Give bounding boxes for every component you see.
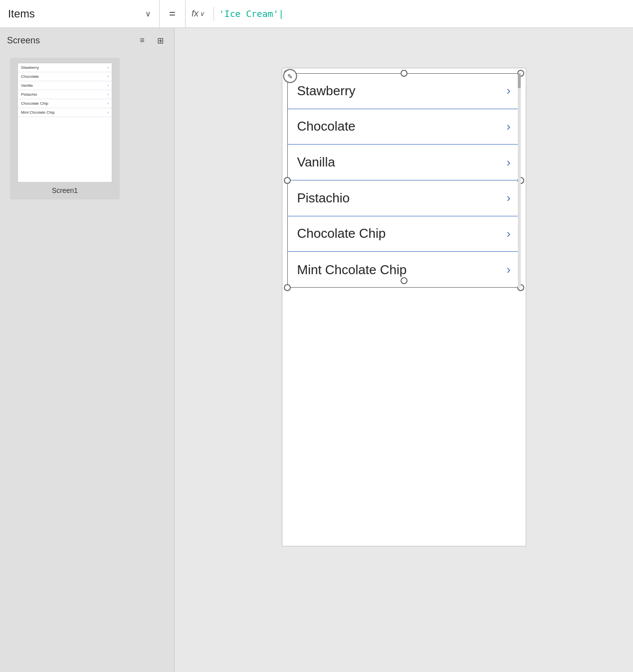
list-item: Chocolate› <box>18 72 112 81</box>
chevron-right-icon: › <box>507 227 511 241</box>
handle-mid-left[interactable] <box>284 177 291 184</box>
chevron-right-icon: › <box>107 92 109 97</box>
equals-sign: = <box>160 0 186 27</box>
handle-bottom-center[interactable] <box>401 277 408 284</box>
screen-thumbnail-card[interactable]: Stawberry› Chocolate› Vanilla› Pistachio… <box>10 58 120 199</box>
handle-top-center[interactable] <box>401 70 408 77</box>
mini-list: Stawberry› Chocolate› Vanilla› Pistachio… <box>18 63 112 117</box>
formula-divider <box>213 7 214 21</box>
sidebar: Screens ≡ ⊞ Stawberry› Chocolate› <box>0 28 175 672</box>
list-view-icon[interactable]: ≡ <box>135 33 149 47</box>
grid-view-icon[interactable]: ⊞ <box>153 33 167 47</box>
items-dropdown[interactable]: Items ∨ <box>0 0 160 27</box>
list-item: Chocolate Chip› <box>18 99 112 108</box>
pencil-icon: ✎ <box>287 72 293 80</box>
list-item: Stawberry› <box>18 63 112 72</box>
list-container: Stawberry › Chocolate › Vanilla › Pistac… <box>287 73 521 288</box>
dropdown-label: Items <box>8 7 141 20</box>
list-item[interactable]: Pistachio › <box>287 180 521 216</box>
list-item: Vanilla› <box>18 81 112 90</box>
chevron-right-icon: › <box>107 110 109 115</box>
formula-bar: fx ∨ <box>186 0 633 27</box>
scroll-thumb[interactable] <box>518 73 521 88</box>
chevron-right-icon: › <box>107 74 109 79</box>
canvas-area: ✎ Stawberry › <box>175 28 633 672</box>
scrollbar[interactable] <box>518 73 521 288</box>
list-item[interactable]: Chocolate Chip › <box>287 216 521 252</box>
list-item[interactable]: Stawberry › <box>287 73 521 109</box>
list-item: Mint Chcolate Chip› <box>18 108 112 117</box>
handle-bottom-left[interactable] <box>284 284 291 291</box>
fx-chevron-icon: ∨ <box>200 10 205 17</box>
list-item[interactable]: Vanilla › <box>287 145 521 180</box>
chevron-right-icon: › <box>507 84 511 98</box>
chevron-right-icon: › <box>507 191 511 205</box>
chevron-right-icon: › <box>107 83 109 88</box>
screens-icons: ≡ ⊞ <box>135 33 167 47</box>
edit-icon-circle[interactable]: ✎ <box>283 69 297 83</box>
screen-preview: Stawberry› Chocolate› Vanilla› Pistachio… <box>17 63 112 182</box>
fx-label: fx ∨ <box>192 8 205 19</box>
chevron-down-icon: ∨ <box>145 9 151 18</box>
chevron-right-icon: › <box>507 156 511 169</box>
screens-header: Screens ≡ ⊞ <box>0 28 174 53</box>
formula-input[interactable] <box>219 8 627 19</box>
top-bar: Items ∨ = fx ∨ <box>0 0 633 28</box>
screen-thumbnail-area: Stawberry› Chocolate› Vanilla› Pistachio… <box>0 53 174 204</box>
list-widget-container: ✎ Stawberry › <box>287 73 521 288</box>
chevron-right-icon: › <box>107 101 109 106</box>
list-item[interactable]: Chocolate › <box>287 109 521 145</box>
chevron-right-icon: › <box>107 65 109 70</box>
chevron-right-icon: › <box>507 263 511 277</box>
phone-frame: ✎ Stawberry › <box>282 68 526 546</box>
screen-name: Screen1 <box>52 186 78 194</box>
main-area: Screens ≡ ⊞ Stawberry› Chocolate› <box>0 28 633 672</box>
screens-title: Screens <box>7 35 135 46</box>
list-item: Pistachio› <box>18 90 112 99</box>
chevron-right-icon: › <box>507 120 511 134</box>
